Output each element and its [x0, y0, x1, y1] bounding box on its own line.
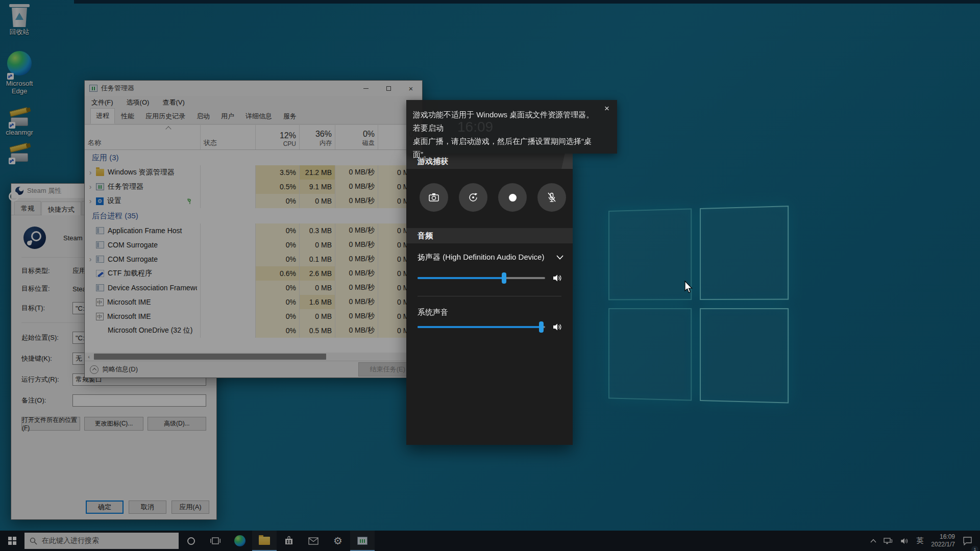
- expander-icon[interactable]: ›: [85, 168, 96, 177]
- slider-thumb[interactable]: [502, 272, 506, 284]
- column-header-status[interactable]: 状态: [201, 125, 256, 149]
- group-header-apps[interactable]: 应用 (3): [85, 150, 422, 165]
- speaker-icon[interactable]: [552, 273, 562, 283]
- audio-section-header[interactable]: 音频: [406, 228, 573, 243]
- taskbar-settings-button[interactable]: ⚙: [326, 531, 350, 551]
- record-last-moment-button[interactable]: [459, 183, 487, 212]
- tab-services[interactable]: 服务: [278, 109, 302, 124]
- process-row[interactable]: 中Microsoft IME 0% 0 MB 0 MB/秒 0 Mbps: [85, 309, 422, 323]
- menu-file[interactable]: 文件(F): [91, 98, 113, 107]
- action-center-button[interactable]: 1: [959, 531, 976, 551]
- expander-icon[interactable]: ›: [85, 197, 96, 205]
- gamebar-capture-panel: 游戏捕获 音频 扬声器 (High Definition Audio Devic…: [406, 154, 573, 445]
- taskbar-edge-button[interactable]: [228, 531, 252, 551]
- notification-close-button[interactable]: ×: [601, 103, 612, 114]
- process-row[interactable]: ›⚙设置 0% 0 MB 0 MB/秒 0 Mbps: [85, 194, 422, 208]
- minimize-button[interactable]: [355, 81, 377, 96]
- device-volume-slider[interactable]: [418, 277, 545, 279]
- speaker-icon[interactable]: [552, 322, 562, 332]
- comment-input[interactable]: [72, 394, 206, 407]
- tray-network-button[interactable]: [880, 531, 896, 551]
- fewer-details-icon: [90, 365, 99, 374]
- tab-startup[interactable]: 启动: [191, 109, 215, 124]
- horizontal-scrollbar[interactable]: ‹: [85, 353, 422, 361]
- column-header-name[interactable]: 名称: [85, 125, 201, 149]
- tray-volume-button[interactable]: [896, 531, 913, 551]
- group-header-background[interactable]: 后台进程 (35): [85, 208, 422, 223]
- taskbar-file-explorer-button[interactable]: [252, 531, 277, 551]
- slider-fill: [418, 277, 504, 279]
- screenshot-button[interactable]: [420, 183, 448, 212]
- process-row[interactable]: COM Surrogate 0% 0 MB 0 MB/秒 0 Mbps: [85, 238, 422, 252]
- task-view-button[interactable]: [203, 531, 228, 551]
- close-button[interactable]: ×: [400, 81, 422, 96]
- desktop-icon-recycle-bin[interactable]: 回收站: [0, 4, 39, 37]
- scrollbar-thumb[interactable]: [94, 354, 326, 360]
- tab-users[interactable]: 用户: [216, 109, 239, 124]
- process-row[interactable]: Application Frame Host 0% 0.3 MB 0 MB/秒 …: [85, 223, 422, 238]
- column-header-cpu[interactable]: 12%CPU: [256, 125, 300, 149]
- chevron-down-icon[interactable]: [556, 255, 564, 260]
- expander-icon[interactable]: ›: [85, 183, 96, 191]
- tray-show-hidden-icons[interactable]: [867, 531, 880, 551]
- advanced-button[interactable]: 高级(D)...: [148, 417, 206, 431]
- tray-ime-indicator[interactable]: 英: [913, 531, 927, 551]
- menu-options[interactable]: 选项(O): [127, 98, 150, 107]
- tab-performance[interactable]: 性能: [116, 109, 139, 124]
- desktop-icon-cleanmgr[interactable]: cleanmgr: [0, 107, 39, 136]
- tray-clock[interactable]: 16:09 2022/1/7: [927, 533, 959, 548]
- process-row[interactable]: 中Microsoft IME 0% 1.6 MB 0 MB/秒 0 Mbps: [85, 295, 422, 309]
- apply-button[interactable]: 应用(A): [172, 500, 209, 514]
- suspended-leaf-icon: [187, 198, 193, 204]
- start-button[interactable]: [0, 531, 24, 551]
- desktop-icon-partial[interactable]: [0, 143, 39, 164]
- cancel-button[interactable]: 取消: [129, 500, 166, 514]
- column-headers: 名称 状态 12%CPU 36%内存 0%磁盘 0%网络: [85, 125, 422, 150]
- process-row[interactable]: Device Association Framewo... 0% 0 MB 0 …: [85, 281, 422, 295]
- window-titlebar[interactable]: 任务管理器 ×: [85, 81, 422, 96]
- desktop-icon-edge[interactable]: Microsoft Edge: [0, 51, 39, 95]
- window-caption-buttons: ×: [355, 81, 422, 96]
- field-label: 起始位置(S):: [21, 333, 72, 342]
- process-row[interactable]: ›Windows 资源管理器 3.5% 21.2 MB 0 MB/秒 0 Mbp…: [85, 165, 422, 180]
- tab-details[interactable]: 详细信息: [240, 109, 277, 124]
- open-file-location-button[interactable]: 打开文件所在的位置(F): [21, 417, 80, 431]
- record-icon: [509, 194, 517, 202]
- tab-shortcut[interactable]: 快捷方式: [41, 202, 81, 215]
- slider-thumb[interactable]: [539, 321, 544, 333]
- cortana-button[interactable]: [179, 531, 203, 551]
- microphone-off-button[interactable]: [537, 183, 566, 212]
- taskbar-mail-button[interactable]: [301, 531, 326, 551]
- microsoft-store-icon: [284, 536, 294, 546]
- process-row[interactable]: ›COM Surrogate 0% 0.1 MB 0 MB/秒 0 Mbps: [85, 252, 422, 266]
- change-icon-button[interactable]: 更改图标(C)...: [84, 417, 143, 431]
- start-recording-button[interactable]: [498, 183, 527, 212]
- cortana-icon: [187, 537, 195, 545]
- system-tray: 英 16:09 2022/1/7 1: [867, 531, 980, 551]
- ok-button[interactable]: 确定: [86, 500, 124, 514]
- expander-icon[interactable]: ›: [85, 255, 96, 263]
- process-row[interactable]: Microsoft OneDrive (32 位) 0% 0.5 MB 0 MB…: [85, 323, 422, 338]
- tab-app-history[interactable]: 应用历史记录: [140, 109, 190, 124]
- maximize-button[interactable]: [377, 81, 400, 96]
- audio-device-row[interactable]: 扬声器 (High Definition Audio Device): [406, 243, 573, 262]
- task-manager-footer: 简略信息(D) 结束任务(E): [85, 361, 422, 378]
- process-row[interactable]: ›任务管理器 0.5% 9.1 MB 0 MB/秒 0 Mbps: [85, 180, 422, 194]
- column-header-disk[interactable]: 0%磁盘: [335, 125, 378, 149]
- scroll-left-arrow[interactable]: ‹: [85, 354, 93, 360]
- menu-view[interactable]: 查看(V): [162, 98, 184, 107]
- field-label: 运行方式(R):: [21, 375, 72, 384]
- column-header-memory[interactable]: 36%内存: [300, 125, 335, 149]
- fewer-details-toggle[interactable]: 简略信息(D): [102, 365, 138, 374]
- tab-processes[interactable]: 进程: [90, 108, 115, 124]
- notification-text-line1: 游戏功能不适用于 Windows 桌面或文件资源管理器。若要启动: [413, 108, 600, 135]
- taskbar-task-manager-button[interactable]: [350, 531, 375, 551]
- tab-general[interactable]: 常规: [14, 201, 41, 215]
- task-manager-icon: [96, 183, 104, 190]
- taskbar-store-button[interactable]: [277, 531, 301, 551]
- desktop-icon-label: Edge: [0, 87, 39, 95]
- file-explorer-icon: [259, 537, 270, 545]
- system-volume-slider[interactable]: [418, 326, 545, 328]
- process-row[interactable]: CTF 加载程序 0.6% 2.6 MB 0 MB/秒 0 Mbps: [85, 266, 422, 281]
- taskbar-search-box[interactable]: 在此键入进行搜索: [24, 533, 179, 549]
